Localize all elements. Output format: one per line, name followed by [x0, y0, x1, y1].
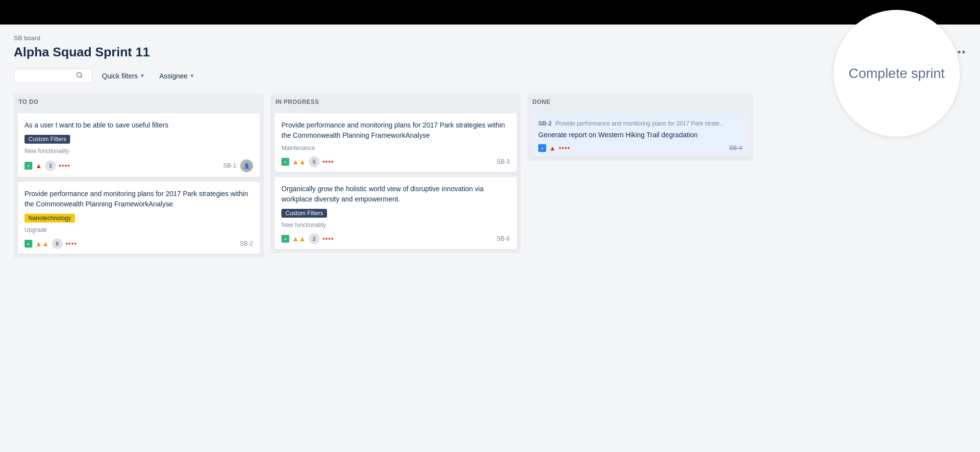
- card-icons: ▪ ▲▲ 5 ••••: [281, 156, 334, 167]
- card-footer: ▪ ▲ 3 •••• SB-1 👤: [25, 159, 253, 172]
- card-footer: ▪ ▲▲ 5 •••• SB-3: [281, 156, 510, 167]
- dots-icon: ••••: [323, 235, 334, 243]
- card-id: SB-6: [497, 235, 510, 242]
- card-type: New functionality: [281, 222, 510, 228]
- card-tag: Nanotechnology: [25, 214, 75, 223]
- chevron-down-icon: ▼: [140, 73, 145, 78]
- card-type: Upgrade: [25, 226, 253, 233]
- column-todo: TO DO As a user I want to be able to sav…: [14, 94, 264, 258]
- priority-highest-icon: ▲▲: [35, 240, 49, 248]
- story-icon: ▪: [281, 235, 289, 243]
- column-inprogress: IN PROGRESS Provide performance and moni…: [271, 94, 521, 253]
- page-title: Alpha Squad Sprint 11: [14, 45, 150, 60]
- card-title: Provide performance and monitoring plans…: [281, 120, 510, 141]
- column-header-inprogress: IN PROGRESS: [271, 94, 521, 109]
- search-icon: [76, 72, 83, 80]
- svg-line-2: [81, 76, 82, 78]
- card-icons: ▪ ▲ ••••: [538, 144, 570, 152]
- page-wrapper: Complete sprint SB board Alpha Squad Spr…: [0, 25, 980, 258]
- search-input[interactable]: [19, 72, 73, 79]
- card-sb4[interactable]: SB-2 Provide performance and monitoring …: [531, 113, 749, 157]
- card-footer: ▪ ▲ •••• SB-4: [538, 144, 742, 152]
- priority-highest-icon: ▲▲: [292, 158, 306, 166]
- column-header-todo: TO DO: [14, 94, 264, 109]
- column-body-inprogress: Provide performance and monitoring plans…: [271, 109, 521, 253]
- card-title: Provide performance and monitoring plans…: [25, 189, 253, 209]
- breadcrumb: SB board: [14, 34, 966, 42]
- story-icon: ▪: [25, 240, 32, 248]
- top-bar: [0, 0, 980, 25]
- assignee-filter-button[interactable]: Assignee ▼: [154, 69, 200, 83]
- card-sb3[interactable]: Provide performance and monitoring plans…: [275, 113, 517, 172]
- filter-bar: Quick filters ▼ Assignee ▼: [14, 69, 966, 83]
- card-icons: ▪ ▲▲ 8 ••••: [25, 238, 77, 249]
- card-id: SB-3: [497, 158, 510, 165]
- done-card-header: SB-2 Provide performance and monitoring …: [538, 120, 742, 127]
- card-title: As a user I want to be able to save usef…: [25, 120, 253, 130]
- priority-highest-icon: ▲▲: [292, 235, 306, 243]
- story-icon: ▪: [25, 162, 32, 170]
- card-tag: Custom Filters: [25, 135, 70, 144]
- story-icon: ▪: [281, 158, 289, 166]
- complete-sprint-label: Complete sprint: [849, 66, 945, 81]
- card-sb1[interactable]: As a user I want to be able to save usef…: [18, 113, 260, 177]
- story-points: 3: [45, 160, 56, 171]
- story-icon: ▪: [538, 144, 546, 152]
- card-sb6[interactable]: Organically grow the holistic world view…: [275, 177, 517, 249]
- card-type: Maintenance: [281, 145, 510, 151]
- dots-icon: ••••: [66, 240, 77, 248]
- avatar: 👤: [240, 159, 253, 172]
- search-box[interactable]: [14, 69, 92, 83]
- column-done: DONE SB-2 Provide performance and monito…: [528, 94, 753, 161]
- quick-filters-button[interactable]: Quick filters ▼: [97, 69, 150, 83]
- card-id-strikethrough: SB-4: [729, 145, 742, 151]
- card-icons: ▪ ▲ 3 ••••: [25, 160, 70, 171]
- story-points: 2: [309, 233, 320, 244]
- card-footer: ▪ ▲▲ 2 •••• SB-6: [281, 233, 510, 244]
- card-type: New functionality: [25, 148, 253, 154]
- svg-point-1: [77, 73, 81, 77]
- story-points: 8: [52, 238, 63, 249]
- card-sb2[interactable]: Provide performance and monitoring plans…: [18, 182, 260, 254]
- complete-sprint-button[interactable]: Complete sprint: [833, 10, 960, 137]
- card-title: Organically grow the holistic world view…: [281, 184, 510, 204]
- dots-icon: ••••: [59, 162, 71, 170]
- card-footer: ▪ ▲▲ 8 •••• SB-2: [25, 238, 253, 249]
- dots-icon: ••••: [323, 158, 334, 166]
- card-id: SB-1: [223, 162, 236, 169]
- card-tag: Custom Filters: [281, 209, 327, 218]
- priority-high-icon: ▲: [549, 144, 556, 152]
- board-columns: TO DO As a user I want to be able to sav…: [14, 94, 966, 258]
- column-body-done: SB-2 Provide performance and monitoring …: [528, 109, 753, 161]
- card-title: Generate report on Western Hiking Trail …: [538, 130, 742, 140]
- dots-icon: ••••: [559, 144, 571, 152]
- column-header-done: DONE: [528, 94, 753, 109]
- column-body-todo: As a user I want to be able to save usef…: [14, 109, 264, 258]
- card-icons: ▪ ▲▲ 2 ••••: [281, 233, 334, 244]
- chevron-down-icon: ▼: [190, 73, 195, 78]
- priority-high-icon: ▲: [35, 162, 42, 170]
- page-header: Alpha Squad Sprint 11 🕐 0 days •••: [14, 45, 966, 60]
- card-id: SB-2: [240, 240, 253, 247]
- story-points: 5: [309, 156, 320, 167]
